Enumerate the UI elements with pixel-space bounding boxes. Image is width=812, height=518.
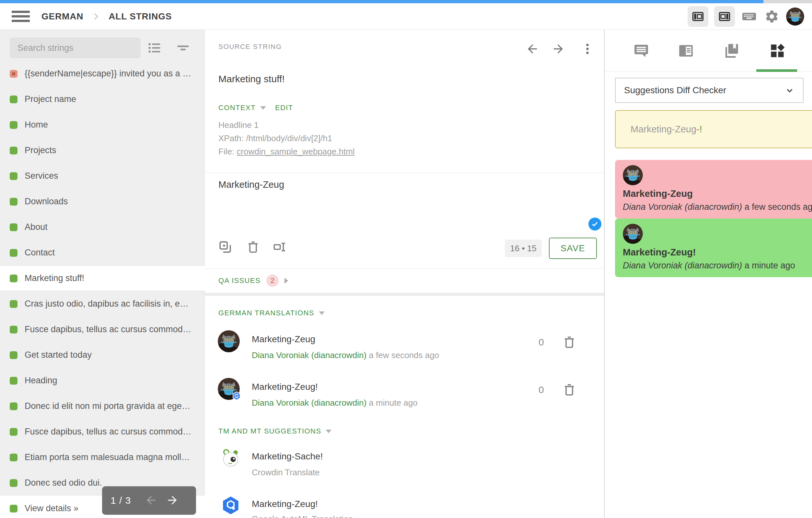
file-link[interactable]: crowdin_sample_webpage.html	[236, 147, 354, 156]
string-list-item[interactable]: Downloads	[0, 189, 205, 214]
string-list-item[interactable]: About	[0, 214, 205, 240]
status-translated-icon	[10, 249, 18, 257]
breadcrumb: GERMAN ALL STRINGS	[41, 3, 172, 30]
delete-translation-button[interactable]	[562, 335, 576, 350]
breadcrumb-language[interactable]: GERMAN	[41, 11, 83, 22]
string-list-item[interactable]: Fusce dapibus, tellus ac cursus commod…	[0, 316, 205, 342]
chevron-right-icon	[285, 278, 288, 284]
string-list-item[interactable]: {{senderName|escape}} invited you as a …	[0, 61, 205, 86]
list-icon	[147, 40, 162, 55]
suggestion-text[interactable]: Marketing-Sache!	[252, 451, 323, 462]
copy-source-button[interactable]	[219, 240, 232, 255]
project-progress-fill	[0, 0, 763, 3]
translation-author-link[interactable]: Diana Voroniak (dianacrowdin)	[252, 398, 367, 407]
translation-text-value[interactable]: Marketing-Zeug!	[252, 382, 318, 392]
translation-row-avatar	[218, 330, 240, 352]
strings-filter-button[interactable]	[175, 40, 191, 56]
app-selector-dropdown[interactable]: Suggestions Diff Checker	[615, 78, 804, 103]
previous-string-button[interactable]	[526, 42, 539, 57]
tab-terms[interactable]	[723, 42, 741, 60]
translation-meta: Diana Voroniak (dianacrowdin) a few seco…	[252, 350, 439, 360]
string-list-item[interactable]: Donec id elit non mi porta gravida at eg…	[0, 393, 205, 419]
arrow-right-icon	[166, 494, 179, 507]
translation-input[interactable]: Marketing-Zeug	[219, 179, 284, 190]
edit-context-button[interactable]: EDIT	[275, 103, 293, 112]
string-list-item[interactable]: Get started today	[0, 342, 205, 368]
user-avatar[interactable]	[786, 7, 804, 26]
status-translated-icon	[10, 377, 18, 385]
topbar-actions	[688, 3, 804, 30]
context-line: Headline 1	[219, 119, 355, 132]
trash-icon	[246, 240, 260, 254]
tab-comments[interactable]	[632, 42, 650, 60]
next-string-button[interactable]	[551, 42, 565, 57]
string-list-item[interactable]: Services	[0, 163, 205, 189]
search-row	[0, 37, 205, 59]
string-list-item[interactable]: Heading	[0, 368, 205, 393]
active-tab-indicator	[756, 69, 797, 72]
status-translated-icon	[10, 428, 18, 436]
qa-issues-row[interactable]: QA ISSUES 2	[219, 275, 288, 287]
diff-history-added-card[interactable]: Marketing-Zeug! Diana Voroniak (dianacro…	[615, 218, 812, 277]
breadcrumb-section[interactable]: ALL STRINGS	[109, 11, 172, 22]
tab-context[interactable]	[677, 42, 695, 60]
translation-text-value[interactable]: Marketing-Zeug	[252, 334, 315, 344]
layout-left-icon	[692, 10, 704, 23]
save-button[interactable]: SAVE	[549, 238, 597, 259]
status-translated-icon	[10, 172, 18, 180]
suggestions-section-header[interactable]: TM AND MT SUGGESTIONS	[219, 427, 321, 435]
strings-view-button[interactable]	[146, 40, 163, 56]
string-list-item[interactable]: Cras justo odio, dapibus ac facilisis in…	[0, 291, 205, 316]
clear-translation-button[interactable]	[246, 240, 260, 255]
status-translated-icon	[10, 121, 18, 129]
keyboard-shortcuts-button[interactable]	[741, 8, 758, 25]
chevron-down-icon	[260, 106, 266, 110]
menu-icon[interactable]	[12, 11, 30, 22]
source-string-header: SOURCE STRING	[219, 43, 282, 51]
apps-tab-icon	[769, 43, 785, 59]
app-selector-value: Suggestions Diff Checker	[624, 85, 785, 95]
keyboard-icon	[742, 9, 757, 24]
string-list-item[interactable]: Contact	[0, 240, 205, 266]
string-list-item-selected[interactable]: Marketing stuff!	[0, 266, 205, 291]
trash-icon	[562, 335, 576, 349]
chevron-down-icon	[785, 86, 794, 95]
string-list-item[interactable]: Project name	[0, 86, 205, 112]
gear-icon	[764, 9, 779, 24]
diff-history-removed-card[interactable]: Marketing-Zeug Diana Voroniak (dianacrow…	[615, 160, 812, 218]
translation-author-link[interactable]: Diana Voroniak (dianacrowdin)	[252, 350, 367, 360]
settings-button[interactable]	[763, 8, 780, 25]
string-menu-button[interactable]	[581, 42, 594, 57]
right-panel-tabs	[605, 30, 812, 72]
translations-section-header[interactable]: GERMAN TRANSLATIONS	[219, 309, 314, 317]
strings-sidebar: {{senderName|escape}} invited you as a ……	[0, 30, 205, 518]
tab-apps[interactable]	[768, 42, 786, 60]
status-translated-icon	[10, 275, 18, 282]
status-translated-icon	[10, 505, 18, 513]
string-list-item[interactable]: Fusce dapibus, tellus ac cursus commod…	[0, 419, 205, 445]
string-list-item[interactable]: Projects	[0, 138, 205, 163]
chevron-down-icon	[319, 311, 325, 315]
pagination-prev-button[interactable]	[145, 494, 157, 508]
check-icon	[591, 220, 599, 227]
history-text: Marketing-Zeug	[623, 188, 812, 199]
context-tab-icon	[678, 43, 694, 59]
translation-votes: 0	[539, 384, 544, 395]
max-length-button[interactable]	[273, 240, 286, 255]
toggle-right-panel-button[interactable]	[714, 6, 735, 27]
delete-translation-button[interactable]	[562, 383, 576, 398]
source-text: Marketing stuff!	[219, 73, 285, 85]
toggle-left-panel-button[interactable]	[688, 6, 708, 27]
avatar	[623, 165, 643, 185]
context-line: XPath: /html/body/div/div[2]/h1	[219, 132, 355, 145]
pagination-next-button[interactable]	[166, 494, 179, 508]
search-input[interactable]	[10, 37, 141, 58]
context-toggle[interactable]: CONTEXT	[219, 103, 256, 112]
suggestion-text[interactable]: Marketing-Zeug!	[252, 499, 318, 509]
approved-check-badge[interactable]	[588, 218, 601, 231]
crowdin-editor-window: GERMAN ALL STRINGS {{senderName|escape}}…	[0, 0, 812, 518]
string-list-item[interactable]: Home	[0, 112, 205, 138]
string-list-item[interactable]: Etiam porta sem malesuada magna moll…	[0, 445, 205, 470]
status-translated-icon	[10, 479, 18, 487]
suggestion-provider: Crowdin Translate	[252, 467, 320, 478]
